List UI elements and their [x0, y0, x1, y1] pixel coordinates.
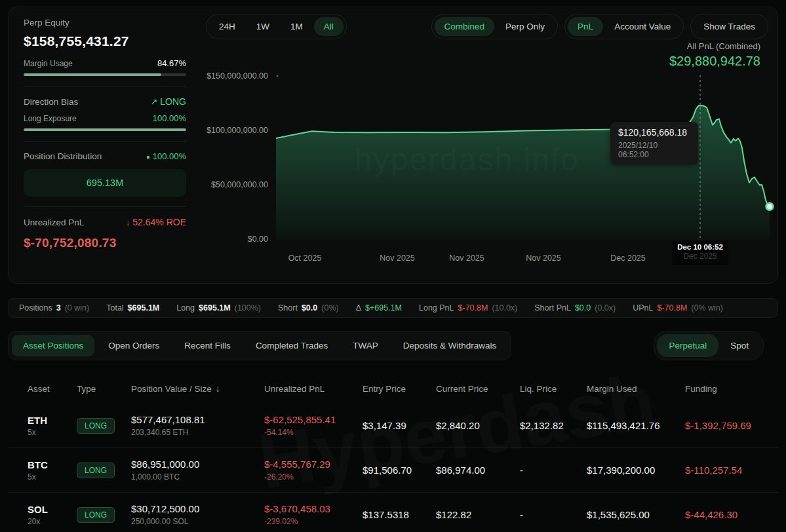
y-tick-0: $0.00 — [248, 235, 268, 244]
chart-tooltip: $120,165,668.18 2025/12/10 06:52:00 — [610, 122, 698, 164]
x-tick: Nov 2025 — [380, 254, 415, 263]
metric-group: PnL Account Value — [564, 14, 684, 39]
timeframe-24h[interactable]: 24H — [209, 17, 245, 36]
col-position-value[interactable]: Position Value / Size ↓ — [131, 383, 264, 394]
y-tick-150m: $150,000,000.00 — [206, 71, 268, 81]
summary-delta: Δ$+695.1M — [356, 303, 402, 313]
tab-open-orders[interactable]: Open Orders — [97, 335, 170, 356]
tab-asset-positions[interactable]: Asset Positions — [12, 335, 94, 356]
long-badge: LONG — [77, 507, 115, 523]
timeframe-1m[interactable]: 1M — [281, 17, 313, 36]
summary-short-pnl: Short PnL$0.0(0.0x) — [534, 303, 616, 313]
metric-account-value[interactable]: Account Value — [604, 17, 680, 36]
timeframe-1w[interactable]: 1W — [246, 17, 279, 36]
toggle-perpetual[interactable]: Perpetual — [657, 334, 718, 357]
perp-equity-value: $158,755,431.27 — [24, 33, 186, 49]
positions-summary-bar: Positions3(0 win) Total$695.1M Long$695.… — [8, 298, 778, 318]
col-entry-price: Entry Price — [363, 384, 436, 394]
tab-completed-trades[interactable]: Completed Trades — [245, 335, 339, 356]
toggle-spot[interactable]: Spot — [718, 334, 760, 357]
col-asset: Asset — [28, 384, 77, 394]
summary-upnl: UPnL$-70.8M(0% win) — [633, 303, 723, 313]
chart-controls: 24H 1W 1M All Combined Perp Only PnL Acc… — [206, 14, 768, 39]
tab-recent-fills[interactable]: Recent Fills — [173, 335, 242, 356]
metric-pnl[interactable]: PnL — [568, 17, 603, 36]
timeframe-all[interactable]: All — [314, 17, 344, 36]
x-tick: Dec 2025 — [610, 254, 646, 263]
pnl-area-chart — [276, 66, 777, 240]
summary-long-pnl: Long PnL$-70.8M(10.0x) — [419, 303, 517, 313]
scope-group: Combined Perp Only — [431, 14, 559, 39]
tab-twap[interactable]: TWAP — [342, 335, 389, 356]
col-margin-used: Margin Used — [587, 384, 685, 394]
col-liq-price: Liq. Price — [520, 384, 587, 394]
sort-descending-icon[interactable]: ↓ — [216, 383, 220, 394]
long-badge: LONG — [77, 418, 115, 434]
summary-long: Long$695.1M(100%) — [176, 303, 261, 313]
table-row-btc[interactable]: BTC5x LONG $86,951,000.001,000.00 BTC $-… — [8, 448, 778, 493]
timeframe-group: 24H 1W 1M All — [206, 14, 347, 39]
pnl-chart[interactable]: $150,000,000.00 $100,000,000.00 $50,000,… — [276, 66, 777, 263]
summary-positions: Positions3(0 win) — [19, 303, 89, 313]
tab-deposits-withdrawals[interactable]: Deposits & Withdrawals — [392, 335, 508, 356]
table-row-sol[interactable]: SOL20x LONG $30,712,500.00250,000.00 SOL… — [8, 493, 778, 532]
x-tick: Oct 2025 — [288, 254, 322, 263]
show-trades-button[interactable]: Show Trades — [694, 17, 765, 36]
y-tick-100m: $100,000,000.00 — [206, 126, 268, 135]
show-trades-group: Show Trades — [690, 14, 768, 39]
scope-combined[interactable]: Combined — [435, 17, 495, 36]
all-pnl-label: All PnL (Combined) — [669, 41, 760, 51]
table-tabs-row: Asset Positions Open Orders Recent Fills… — [8, 331, 778, 360]
table-row-eth[interactable]: ETH5x LONG $577,467,108.81203,340.65 ETH… — [8, 404, 778, 448]
col-current-price: Current Price — [436, 384, 520, 394]
summary-short: Short$0.0(0%) — [278, 303, 339, 313]
x-cursor-label: Dec 10 06:52 Dec 2025 — [672, 241, 728, 265]
col-type: Type — [77, 384, 131, 394]
tooltip-datetime: 2025/12/10 06:52:00 — [618, 141, 690, 159]
tooltip-value: $120,165,668.18 — [618, 127, 690, 138]
x-tick: Nov 2025 — [449, 254, 484, 263]
scope-perp-only[interactable]: Perp Only — [496, 17, 555, 36]
y-axis: $150,000,000.00 $100,000,000.00 $50,000,… — [14, 66, 275, 240]
table-tabs: Asset Positions Open Orders Recent Fills… — [8, 331, 511, 360]
table-header-row: Asset Type Position Value / Size ↓ Unrea… — [8, 373, 778, 404]
market-toggle: Perpetual Spot — [654, 331, 764, 360]
all-pnl-header: All PnL (Combined) $29,880,942.78 — [669, 41, 760, 69]
col-unrealized-pnl: Unrealized PnL — [264, 384, 363, 394]
col-funding: Funding — [685, 384, 778, 394]
summary-total: Total$695.1M — [106, 303, 159, 313]
asset-positions-table: Hyperdash Asset Type Position Value / Si… — [8, 373, 778, 532]
overview-card: Perp Equity $158,755,431.27 Margin Usage… — [8, 7, 778, 284]
x-tick: Nov 2025 — [526, 254, 561, 263]
perp-equity-label: Perp Equity — [24, 18, 186, 28]
y-tick-50m: $50,000,000.00 — [211, 180, 268, 189]
long-badge: LONG — [77, 463, 115, 478]
